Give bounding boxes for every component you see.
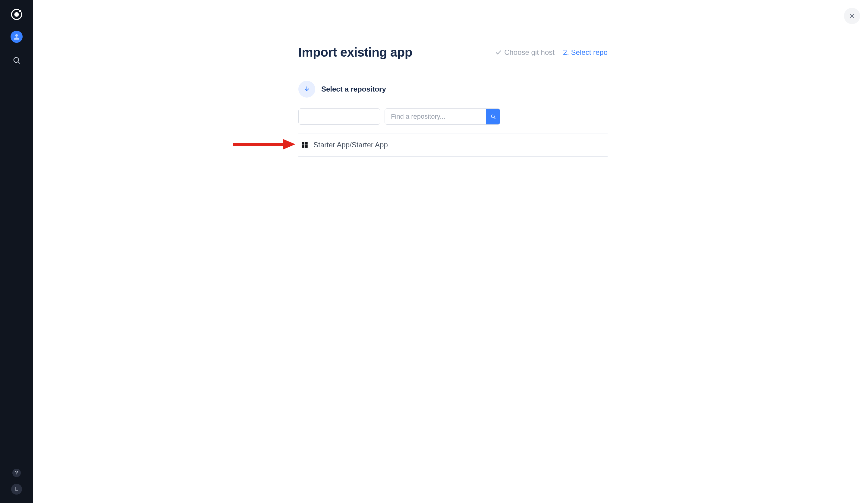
svg-point-3 xyxy=(16,34,18,37)
close-icon xyxy=(849,13,855,19)
azure-devops-icon xyxy=(301,141,309,149)
annotation-arrow-icon xyxy=(233,139,296,149)
org-select[interactable] xyxy=(298,108,380,125)
wizard-steps: Choose git host 2. Select repo xyxy=(495,48,608,56)
svg-line-5 xyxy=(18,62,20,63)
svg-marker-16 xyxy=(283,139,296,149)
main-content: Import existing app Choose git host 2. S… xyxy=(298,45,608,157)
svg-rect-12 xyxy=(305,142,308,145)
svg-rect-13 xyxy=(302,145,304,148)
section-label: Select a repository xyxy=(321,85,386,93)
sidebar-search-button[interactable] xyxy=(11,54,23,66)
user-avatar[interactable]: L xyxy=(11,484,22,495)
svg-point-1 xyxy=(14,12,19,17)
header-row: Import existing app Choose git host 2. S… xyxy=(298,45,608,60)
download-circle-icon xyxy=(298,81,315,97)
filter-row xyxy=(298,108,608,125)
section-header: Select a repository xyxy=(298,81,608,97)
org-avatar[interactable] xyxy=(11,31,23,43)
close-button[interactable] xyxy=(844,8,860,24)
repo-search-input[interactable] xyxy=(385,109,486,124)
repo-name: Starter App/Starter App xyxy=(313,141,388,149)
svg-rect-14 xyxy=(305,145,308,148)
sidebar: ? L xyxy=(0,0,33,503)
user-initial: L xyxy=(15,486,18,492)
svg-point-2 xyxy=(19,10,22,13)
ionic-logo-icon[interactable] xyxy=(11,8,23,20)
page-title: Import existing app xyxy=(298,45,412,60)
svg-line-10 xyxy=(494,117,495,119)
repo-search xyxy=(384,108,500,125)
help-icon: ? xyxy=(15,470,18,475)
search-icon xyxy=(490,114,496,119)
repo-item[interactable]: Starter App/Starter App xyxy=(298,134,608,157)
svg-rect-11 xyxy=(302,142,304,145)
repo-search-submit[interactable] xyxy=(486,109,500,124)
step-choose-git-host: Choose git host xyxy=(495,48,555,56)
help-button[interactable]: ? xyxy=(12,469,21,477)
check-icon xyxy=(495,49,502,56)
step-label: 2. Select repo xyxy=(563,48,608,56)
step-select-repo: 2. Select repo xyxy=(563,48,608,56)
step-label: Choose git host xyxy=(504,48,555,56)
repo-list: Starter App/Starter App xyxy=(298,133,608,157)
